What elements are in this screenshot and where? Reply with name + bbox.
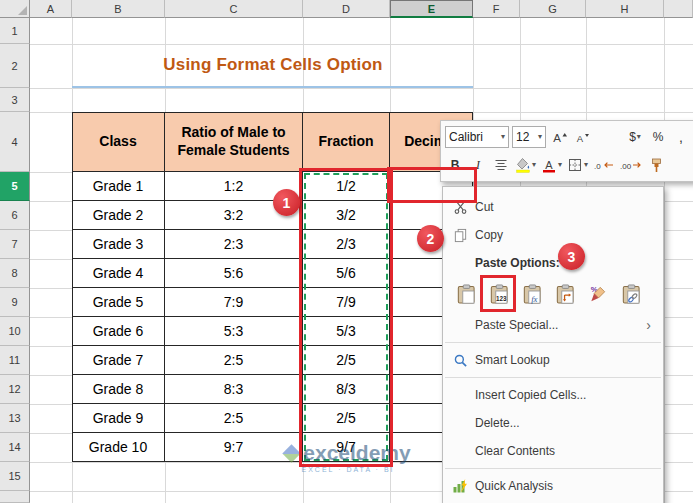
accounting-button[interactable]: $▾	[625, 126, 645, 148]
svg-text:A: A	[553, 132, 561, 144]
cell-B11[interactable]: Grade 7	[72, 346, 165, 375]
paste-option-formulas[interactable]: fx	[519, 281, 545, 307]
menu-item-cut[interactable]: Cut	[443, 193, 663, 221]
column-header-D[interactable]: D	[303, 0, 390, 18]
row-header-12[interactable]: 12	[0, 375, 30, 404]
paste-option-transpose[interactable]	[552, 281, 578, 307]
cell-C12[interactable]: 8:3	[165, 375, 303, 404]
row-header-partial[interactable]	[0, 491, 30, 503]
menu-item-smart-lookup[interactable]: Smart Lookup	[443, 346, 663, 374]
cell-C11[interactable]: 2:5	[165, 346, 303, 375]
paste-values-icon: 123	[489, 284, 510, 305]
menu-item-paste-options-label: Paste Options:	[443, 249, 663, 277]
font-color-icon: A	[541, 157, 557, 173]
menu-separator	[445, 468, 661, 469]
cell-B9[interactable]: Grade 5	[72, 288, 165, 317]
select-all-corner[interactable]	[0, 0, 30, 18]
row-header-7[interactable]: 7	[0, 230, 30, 259]
shrink-font-button[interactable]: A	[572, 126, 592, 148]
menu-item-paste-special[interactable]: Paste Special...›	[443, 311, 663, 339]
italic-button[interactable]: I	[468, 154, 488, 176]
decrease-decimal-button[interactable]: .0	[592, 154, 615, 176]
row-header-1[interactable]: 1	[0, 18, 30, 44]
borders-button[interactable]: ▾	[566, 154, 589, 176]
cell-D4[interactable]: Fraction	[303, 112, 390, 172]
row-header-6[interactable]: 6	[0, 201, 30, 230]
cell-C8[interactable]: 5:6	[165, 259, 303, 288]
cell-D5[interactable]: 1/2	[303, 172, 390, 201]
row-header-8[interactable]: 8	[0, 259, 30, 288]
cell-B5[interactable]: Grade 1	[72, 172, 165, 201]
cell-B13[interactable]: Grade 9	[72, 404, 165, 433]
cell-C9[interactable]: 7:9	[165, 288, 303, 317]
font-name-combo[interactable]: Calibri▾	[445, 126, 509, 148]
row-header-2[interactable]: 2	[0, 44, 30, 88]
cell-D11[interactable]: 2/5	[303, 346, 390, 375]
cell-D8[interactable]: 5/6	[303, 259, 390, 288]
cell-C14[interactable]: 9:7	[165, 433, 303, 462]
row-header-3[interactable]: 3	[0, 88, 30, 112]
gridline-horizontal	[30, 44, 693, 45]
column-header-F[interactable]: F	[473, 0, 520, 18]
cell-D10[interactable]: 5/3	[303, 317, 390, 346]
cell-B6[interactable]: Grade 2	[72, 201, 165, 230]
cell-B7[interactable]: Grade 3	[72, 230, 165, 259]
paste-option-paste-link[interactable]	[618, 281, 644, 307]
row-header-11[interactable]: 11	[0, 346, 30, 375]
increase-decimal-button[interactable]: .00	[618, 154, 643, 176]
column-header-partial[interactable]	[664, 0, 693, 18]
menu-item-delete[interactable]: Delete...	[443, 409, 663, 437]
toolbar-row-1: Calibri▾12▾AA$▾%,	[445, 124, 691, 150]
cell-D9[interactable]: 7/9	[303, 288, 390, 317]
menu-item-text: Paste Options:	[475, 256, 560, 270]
cell-B4[interactable]: Class	[72, 112, 165, 172]
cell-C13[interactable]: 2:5	[165, 404, 303, 433]
comma-style-button[interactable]: ,	[671, 126, 691, 148]
font-size-combo[interactable]: 12▾	[512, 126, 546, 148]
grow-font-button[interactable]: A	[549, 126, 569, 148]
column-header-B[interactable]: B	[72, 0, 165, 18]
row-header-14[interactable]: 14	[0, 433, 30, 462]
cell-C10[interactable]: 5:3	[165, 317, 303, 346]
paste-option-values[interactable]: 123	[486, 281, 512, 307]
column-header-G[interactable]: G	[520, 0, 586, 18]
row-header-4[interactable]: 4	[0, 112, 30, 172]
cell-B10[interactable]: Grade 6	[72, 317, 165, 346]
paste-option-formatting[interactable]: %	[585, 281, 611, 307]
align-center-button[interactable]	[491, 154, 511, 176]
cell-B12[interactable]: Grade 8	[72, 375, 165, 404]
scissors-icon	[450, 197, 470, 217]
column-header-E[interactable]: E	[390, 0, 473, 18]
cell-D6[interactable]: 3/2	[303, 201, 390, 230]
cell-D7[interactable]: 2/3	[303, 230, 390, 259]
cell-D14[interactable]: 9/7	[303, 433, 390, 462]
menu-item-insert-copied-cells[interactable]: Insert Copied Cells...	[443, 381, 663, 409]
format-painter-button[interactable]	[646, 154, 666, 176]
paste-option-paste[interactable]	[453, 281, 479, 307]
fill-color-button[interactable]: ▾	[514, 154, 537, 176]
cell-B8[interactable]: Grade 4	[72, 259, 165, 288]
cell-C7[interactable]: 2:3	[165, 230, 303, 259]
cell-D12[interactable]: 8/3	[303, 375, 390, 404]
column-header-C[interactable]: C	[165, 0, 303, 18]
row-header-13[interactable]: 13	[0, 404, 30, 433]
column-header-H[interactable]: H	[586, 0, 664, 18]
column-header-A[interactable]: A	[30, 0, 72, 18]
menu-item-copy[interactable]: Copy	[443, 221, 663, 249]
menu-item-text: Insert Copied Cells...	[475, 388, 586, 402]
bold-button[interactable]: B	[445, 154, 465, 176]
menu-item-clear-contents[interactable]: Clear Contents	[443, 437, 663, 465]
row-header-5[interactable]: 5	[0, 172, 30, 201]
increase-decimal-icon: .00	[619, 158, 642, 172]
cell-D13[interactable]: 2/5	[303, 404, 390, 433]
row-header-9[interactable]: 9	[0, 288, 30, 317]
cell-B14[interactable]: Grade 10	[72, 433, 165, 462]
row-header-10[interactable]: 10	[0, 317, 30, 346]
row-header-15[interactable]: 15	[0, 462, 30, 491]
percent-button[interactable]: %	[648, 126, 668, 148]
cell-C4[interactable]: Ratio of Male to Female Students	[165, 112, 303, 172]
font-color-button[interactable]: A▾	[540, 154, 563, 176]
excel-window: Using Format Cells Option ClassRatio of …	[0, 0, 693, 503]
chevron-down-icon: ▾	[558, 161, 562, 169]
menu-item-quick-analysis[interactable]: Quick Analysis	[443, 472, 663, 500]
